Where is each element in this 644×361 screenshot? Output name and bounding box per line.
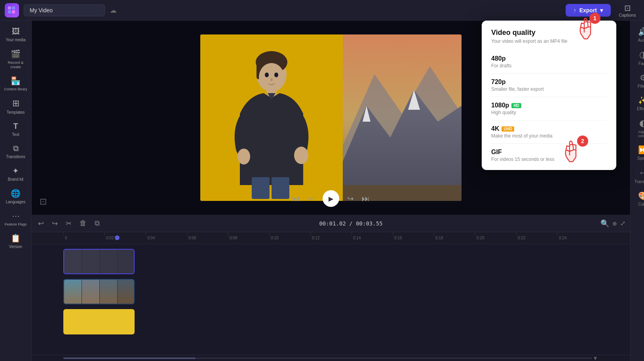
ruler-mark-2: 0:04	[146, 236, 187, 240]
ruler-marks: 0 0:02 0:04 0:06 0:08 0:10 0:12 0:14 0:1…	[63, 236, 598, 240]
cut-button[interactable]: ✂	[64, 218, 73, 229]
sidebar-item-languages[interactable]: 🌐 Languages	[2, 185, 30, 207]
thumb-1a	[64, 250, 82, 274]
export-button[interactable]: ↑ Export ▾	[566, 4, 611, 17]
right-item-audio[interactable]: 🔊 Audio	[632, 24, 644, 46]
quality-option-1080p[interactable]: 1080p HD High quality	[482, 97, 616, 120]
ruler-mark-9: 0:18	[434, 236, 475, 240]
thumb-2c	[100, 280, 118, 304]
svg-point-12	[294, 147, 308, 164]
record-create-icon: 🎬	[11, 49, 21, 59]
adjust-colors-icon: ◐	[639, 118, 644, 128]
sidebar-item-your-media[interactable]: 🖼 Your media	[2, 24, 30, 45]
quality-name-4k: 4K	[491, 125, 499, 132]
zoom-in-button[interactable]: ⊕	[612, 220, 617, 227]
track-content-1	[63, 247, 630, 276]
effects-icon: ✨	[638, 96, 644, 105]
fade-icon: ◑	[639, 50, 644, 60]
sidebar-item-version[interactable]: 📋 Version	[2, 230, 30, 252]
quality-desc-720p: Smaller file, faster export	[491, 86, 607, 92]
fit-timeline-button[interactable]: ⤢	[620, 220, 625, 227]
duplicate-button[interactable]: ⧉	[93, 218, 101, 229]
skip-forward-button[interactable]: ⏭	[362, 194, 370, 203]
sidebar-item-feature-flags[interactable]: ⋯ Feature Flags	[2, 208, 30, 229]
sidebar-label-text: Text	[12, 132, 19, 137]
quality-desc-4k: Make the most of your media	[491, 133, 607, 139]
svg-point-8	[265, 73, 269, 77]
ruler-mark-5: 0:10	[269, 236, 310, 240]
languages-icon: 🌐	[11, 189, 21, 198]
sidebar-item-record-create[interactable]: 🎬 Record & create	[2, 46, 30, 72]
ruler-mark-1: 0:02	[104, 236, 146, 240]
right-item-fade[interactable]: ◑ Fade	[632, 46, 644, 69]
sidebar-label-content-library: Content library	[4, 87, 27, 91]
content-library-icon: 🏪	[11, 76, 21, 86]
transition-icon: ↔	[639, 168, 644, 178]
sidebar-item-transitions[interactable]: ⧉ Transitions	[2, 141, 30, 162]
right-label-transition: Transition	[635, 180, 644, 184]
svg-point-13	[237, 149, 250, 164]
sidebar-item-text[interactable]: T Text	[2, 118, 30, 140]
quality-badge-hd: HD	[511, 103, 521, 108]
right-label-filters: Filters	[638, 84, 644, 88]
play-button[interactable]: ▶	[323, 190, 339, 207]
mountain-track[interactable]	[63, 279, 135, 304]
sidebar-label-record-create: Record & create	[3, 60, 28, 69]
sidebar-item-templates[interactable]: ⊞ Templates	[2, 95, 30, 118]
right-item-adjust-colors[interactable]: ◐ Adjust colors	[632, 115, 644, 141]
timeline-area: ↩ ↪ ✂ 🗑 ⧉ 00:01.02 / 00:03.55 🔍 ⊕ ⤢ 0 0:…	[32, 215, 630, 361]
sidebar-label-templates: Templates	[7, 110, 25, 115]
character-figure	[224, 50, 319, 201]
cloud-icon: ☁	[110, 6, 117, 15]
right-label-audio: Audio	[638, 38, 644, 42]
character-track[interactable]	[63, 249, 135, 274]
right-item-effects[interactable]: ✨ Effects	[632, 92, 644, 114]
right-sidebar: 🔊 Audio ◑ Fade ⚙ Filters ✨ Effects ◐ Adj…	[630, 21, 644, 361]
timeline-chevron-down[interactable]: ▾	[592, 355, 598, 361]
delete-button[interactable]: 🗑	[78, 218, 88, 229]
timeline-ruler: 0 0:02 0:04 0:06 0:08 0:10 0:12 0:14 0:1…	[32, 232, 630, 244]
svg-point-9	[274, 73, 278, 77]
thumb-1d	[118, 250, 135, 274]
right-item-filters[interactable]: ⚙ Filters	[632, 70, 644, 92]
quality-option-gif[interactable]: GIF For videos 15 seconds or less	[482, 144, 616, 167]
redo-button[interactable]: ↪	[50, 218, 59, 229]
sidebar-item-brand-kit[interactable]: ✦ Brand kit	[2, 163, 30, 185]
captions-button[interactable]: ⊡ Captions	[616, 3, 639, 17]
svg-rect-15	[272, 177, 289, 199]
playhead-line	[117, 236, 118, 240]
timeline-timecode: 00:01.02 / 00:03.55	[106, 220, 596, 227]
track-content-2	[63, 277, 630, 306]
right-item-transition[interactable]: ↔ Transition	[632, 164, 644, 187]
subtitle-icon[interactable]: ⊡	[40, 197, 47, 207]
sidebar-label-your-media: Your media	[6, 38, 25, 42]
ruler-mark-7: 0:14	[351, 236, 393, 240]
timeline-toolbar: ↩ ↪ ✂ 🗑 ⧉ 00:01.02 / 00:03.55 🔍 ⊕ ⤢	[32, 215, 630, 232]
sidebar-item-content-library[interactable]: 🏪 Content library	[2, 73, 30, 94]
export-upload-icon: ↑	[574, 7, 576, 13]
skip-back-button[interactable]: ⏮	[292, 194, 300, 203]
undo-button[interactable]: ↩	[36, 218, 46, 229]
playhead-marker	[115, 235, 120, 240]
right-label-color: Color	[638, 202, 644, 206]
project-name-input[interactable]: My Video	[24, 4, 105, 16]
yellow-track[interactable]	[63, 309, 135, 334]
zoom-out-button[interactable]: 🔍	[600, 219, 609, 228]
ruler-mark-6: 0:12	[310, 236, 351, 240]
filters-icon: ⚙	[640, 73, 644, 82]
quality-desc-480p: For drafts	[491, 63, 607, 69]
your-media-icon: 🖼	[12, 27, 20, 36]
quality-desc-gif: For videos 15 seconds or less	[491, 157, 607, 162]
right-item-speed[interactable]: ⏩ Speed	[632, 142, 644, 164]
quality-option-480p[interactable]: 480p For drafts	[482, 50, 616, 73]
quality-dropdown-subtitle: Your video will export as an MP4 file	[482, 38, 616, 50]
color-icon: 🎨	[638, 191, 644, 201]
forward-5s-button[interactable]: ↪	[347, 194, 354, 203]
right-item-color[interactable]: 🎨 Color	[632, 188, 644, 210]
rewind-5s-button[interactable]: ↩	[308, 194, 315, 203]
quality-option-720p[interactable]: 720p Smaller file, faster export	[482, 74, 616, 97]
thumb-2b	[82, 280, 100, 304]
ruler-mark-0: 0	[63, 236, 104, 240]
thumb-2d	[118, 280, 135, 304]
quality-option-4k[interactable]: 4K UHD Make the most of your media	[482, 120, 616, 143]
